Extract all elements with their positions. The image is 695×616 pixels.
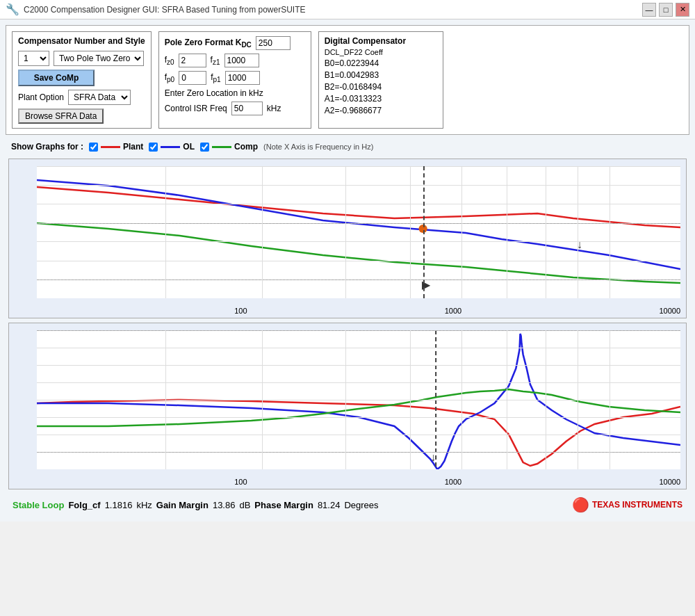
a2-label: A2= <box>325 106 340 115</box>
b1-row: B1=0.0042983 <box>325 70 437 80</box>
phase-chart: Phase in Degrees 200 150 100 <box>8 323 687 489</box>
title-bar-controls[interactable]: — □ ✕ <box>642 3 689 17</box>
ti-logo-text: TEXAS INSTRUMENTS <box>592 500 682 510</box>
plant-option-label: Plant Option <box>18 92 64 102</box>
a2-value: -0.9686677 <box>339 106 382 115</box>
plant-option-row: Plant Option SFRA Data <box>18 90 145 105</box>
comp-number-style-row: 1 2 Two Pole Two Zero <box>18 51 145 66</box>
comp-legend-line <box>212 146 231 148</box>
fp0-label: fp0 <box>165 72 174 83</box>
minimize-button[interactable]: — <box>642 3 656 17</box>
magnitude-x-labels: 100 1000 10000 <box>37 307 680 315</box>
pole-zero-section: Pole Zero Format KDC 250 fz0 2 fz1 1000 … <box>158 31 311 129</box>
comp-legend: Comp <box>200 142 258 152</box>
folg-cf-label: Folg_cf <box>68 500 100 510</box>
folg-cf-unit: kHz <box>136 500 152 510</box>
b1-value: 0.0042983 <box>339 70 379 80</box>
magnitude-chart: Magnitude in dB 60 40 <box>8 159 687 318</box>
phase-x-labels: 100 1000 10000 <box>37 478 680 486</box>
ol-legend-line <box>161 146 180 148</box>
compensator-section: Compensator Number and Style 1 2 Two Pol… <box>12 31 152 129</box>
b2-row: B2=-0.0168494 <box>325 82 437 92</box>
coeff-label: DCL_DF22 Coeff <box>325 48 437 56</box>
ti-icon: 🔴 <box>572 496 589 513</box>
isr-freq-row: Control ISR Freq 50 kHz <box>165 102 305 115</box>
fz0-input[interactable]: 2 <box>179 54 206 67</box>
title-bar-left: 🔧 C2000 Compensation Designer GUI: SFRA … <box>6 3 306 16</box>
x-label-100: 100 <box>234 307 247 315</box>
stable-loop-label: Stable Loop <box>13 500 64 510</box>
kdc-input[interactable]: 250 <box>256 36 291 50</box>
comp-legend-label: Comp <box>234 142 258 152</box>
plant-legend: Plant <box>89 142 143 152</box>
b0-value: 0.0223944 <box>339 58 379 68</box>
fp1-input[interactable]: 1000 <box>225 71 260 85</box>
isr-freq-unit: kHz <box>267 104 281 113</box>
a1-value: -0.0313323 <box>339 94 382 104</box>
b0-label: B0= <box>325 58 340 68</box>
folg-cf-value: 1.1816 <box>105 500 133 510</box>
x-label-1000: 1000 <box>445 307 461 315</box>
ol-legend: OL <box>149 142 195 152</box>
fz1-input[interactable]: 1000 <box>224 54 259 67</box>
magnitude-svg: ↓ ▶ <box>37 166 680 298</box>
phase-margin-label: Phase Margin <box>254 500 313 510</box>
digital-comp-section: Digital Compensator DCL_DF22 Coeff B0=0.… <box>318 31 443 129</box>
show-graphs-note: (Note X Axis is Frequency in Hz) <box>263 143 373 151</box>
plant-checkbox[interactable] <box>89 143 98 152</box>
crosshair-vertical <box>423 166 425 298</box>
ol-legend-label: OL <box>183 142 195 152</box>
gain-margin-label: Gain Margin <box>156 500 208 510</box>
magnitude-chart-area: 60 40 20 0 -20 -40 -60 ↓ ▶ <box>37 166 680 298</box>
gain-margin-unit: dB <box>239 500 250 510</box>
b2-label: B2= <box>325 82 340 92</box>
fz1-label: fz1 <box>211 55 220 66</box>
fz0-label: fz0 <box>165 55 174 66</box>
phase-chart-area: 200 150 100 50 0 -50 -100 -150 ↓ <box>37 330 680 469</box>
comp-section-title: Compensator Number and Style <box>18 36 145 46</box>
browse-sfra-button[interactable]: Browse SFRA Data <box>18 108 104 124</box>
show-graphs-row: Show Graphs for : Plant OL Comp (Note X … <box>6 139 689 154</box>
phase-margin-value: 81.24 <box>318 500 341 510</box>
a1-label: A1= <box>325 94 340 104</box>
save-comp-button[interactable]: Save CoMp <box>18 70 95 86</box>
window-title: C2000 Compensation Designer GUI: SFRA Ba… <box>24 5 306 15</box>
b1-label: B1= <box>325 70 340 80</box>
title-bar: 🔧 C2000 Compensation Designer GUI: SFRA … <box>0 0 695 19</box>
kdc-row: Pole Zero Format KDC 250 <box>165 36 305 50</box>
a2-row: A2=-0.9686677 <box>325 106 437 115</box>
fp0-input[interactable]: 0 <box>179 71 206 85</box>
plant-legend-label: Plant <box>123 142 143 152</box>
zero-location-note: Enter Zero Location in kHz <box>165 88 263 98</box>
isr-freq-label: Control ISR Freq <box>165 104 227 113</box>
zero-location-note-row: Enter Zero Location in kHz <box>165 88 305 98</box>
maximize-button[interactable]: □ <box>659 3 673 17</box>
x-label-10000: 10000 <box>659 307 680 315</box>
isr-freq-input[interactable]: 50 <box>231 102 263 115</box>
b0-row: B0=0.0223944 <box>325 58 437 68</box>
show-graphs-label: Show Graphs for : <box>11 142 83 152</box>
comp-style-select[interactable]: Two Pole Two Zero <box>54 51 144 66</box>
b2-value: -0.0168494 <box>339 82 382 92</box>
main-content: Compensator Number and Style 1 2 Two Pol… <box>0 19 695 521</box>
app-icon: 🔧 <box>6 3 19 16</box>
browse-btn-row: Browse SFRA Data <box>18 108 145 124</box>
status-bar: Stable Loop Folg_cf 1.1816 kHz Gain Marg… <box>6 494 689 516</box>
fp1-label: fp1 <box>211 72 220 83</box>
save-btn-row: Save CoMp <box>18 70 145 86</box>
a1-row: A1=-0.0313323 <box>325 94 437 104</box>
comp-number-select[interactable]: 1 2 <box>18 51 49 66</box>
ol-checkbox[interactable] <box>149 143 158 152</box>
digital-comp-title: Digital Compensator <box>325 36 437 46</box>
fp-row: fp0 0 fp1 1000 <box>165 71 305 85</box>
ti-logo: 🔴 TEXAS INSTRUMENTS <box>572 496 682 513</box>
gain-margin-value: 13.86 <box>213 500 236 510</box>
top-panel: Compensator Number and Style 1 2 Two Pol… <box>6 25 689 135</box>
fz-row: fz0 2 fz1 1000 <box>165 54 305 67</box>
comp-checkbox[interactable] <box>200 143 209 152</box>
plant-legend-line <box>101 146 120 148</box>
close-button[interactable]: ✕ <box>676 3 689 17</box>
plant-option-select[interactable]: SFRA Data <box>68 90 131 105</box>
pz-title: Pole Zero Format KDC <box>165 38 252 49</box>
phase-margin-unit: Degrees <box>344 500 378 510</box>
